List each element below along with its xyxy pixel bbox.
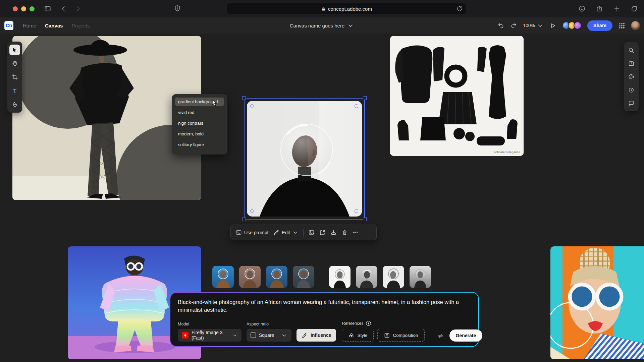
- pencil-icon: [273, 229, 279, 236]
- style-reference-button[interactable]: Style: [342, 329, 374, 342]
- collaborator-avatars[interactable]: [562, 21, 582, 29]
- canvas-image-flatlay[interactable]: soficated elegance: [390, 36, 524, 156]
- sidebar-toggle-button[interactable]: [43, 4, 53, 14]
- image-icon[interactable]: [308, 229, 315, 236]
- search-icon: [628, 47, 635, 54]
- canvas-name-control[interactable]: Canvas name goes here: [290, 22, 354, 29]
- generated-thumbnail-6[interactable]: [356, 266, 377, 288]
- redo-icon[interactable]: [510, 22, 517, 29]
- generated-thumbnail-8[interactable]: [410, 266, 431, 288]
- hand-icon: [11, 60, 18, 67]
- crop-tool[interactable]: [9, 72, 20, 82]
- zoom-control[interactable]: 100%: [523, 22, 544, 29]
- crop-icon: [11, 74, 18, 80]
- app-logo[interactable]: Cn: [4, 21, 13, 30]
- zoom-window-button[interactable]: [30, 6, 35, 11]
- address-bar[interactable]: concept.adobe.com: [227, 3, 466, 14]
- palette-tool[interactable]: [626, 71, 637, 82]
- minimize-window-button[interactable]: [21, 6, 26, 11]
- tab-overview-button[interactable]: [629, 4, 639, 14]
- undo-icon[interactable]: [497, 22, 504, 29]
- selection-frame[interactable]: [244, 98, 365, 220]
- mouse-cursor: [212, 100, 217, 107]
- history-tool[interactable]: [626, 85, 637, 96]
- canvas-name: Canvas name goes here: [290, 23, 344, 28]
- canvas-image-collage[interactable]: [550, 246, 644, 359]
- tabs-icon: [631, 5, 638, 12]
- export-icon: [628, 60, 635, 67]
- resize-handle-bottom-left[interactable]: [242, 218, 246, 221]
- generated-thumbnail-3[interactable]: [266, 266, 287, 288]
- shape-triangle-icon: [11, 101, 18, 108]
- generated-thumbnail-1[interactable]: [212, 266, 234, 288]
- forward-button[interactable]: [73, 4, 83, 14]
- resize-handle-top-right[interactable]: [363, 96, 367, 100]
- corner-radius-handle[interactable]: [250, 209, 254, 213]
- divider: [303, 229, 304, 236]
- header-actions: 100% Share: [497, 17, 640, 34]
- export-tool[interactable]: [626, 58, 637, 69]
- corner-radius-handle[interactable]: [250, 104, 254, 108]
- text-tool[interactable]: T: [9, 85, 20, 96]
- corner-radius-handle[interactable]: [355, 104, 358, 108]
- generated-thumbnail-2[interactable]: [239, 266, 261, 288]
- resize-handle-top-left[interactable]: [242, 96, 246, 100]
- reframe-icon[interactable]: [319, 229, 326, 236]
- style-label: Style: [357, 333, 367, 338]
- model-label: Model: [178, 322, 241, 326]
- hand-tool[interactable]: [9, 58, 20, 69]
- use-prompt-button[interactable]: Use prompt: [235, 229, 268, 236]
- model-select[interactable]: Firefly Image 3 (Fast): [178, 329, 241, 342]
- model-value: Firefly Image 3 (Fast): [192, 330, 229, 341]
- composition-reference-button[interactable]: Composition: [377, 329, 424, 342]
- reload-icon[interactable]: [456, 5, 463, 12]
- menu-item-solitary-figure[interactable]: solitary figure: [175, 140, 224, 149]
- aspect-ratio-label: Aspect ratio: [247, 322, 291, 326]
- nav-home[interactable]: Home: [23, 23, 36, 28]
- comment-icon: [628, 100, 635, 107]
- profile-avatar[interactable]: [631, 21, 640, 30]
- present-play-icon[interactable]: [549, 22, 556, 29]
- influence-button[interactable]: Influence: [297, 329, 336, 342]
- shape-tool[interactable]: [9, 99, 20, 110]
- generated-thumbnail-4[interactable]: [293, 266, 314, 288]
- back-button[interactable]: [59, 4, 69, 14]
- new-tab-button[interactable]: [612, 4, 622, 14]
- prompt-input[interactable]: Black-and-white photography of an Africa…: [178, 298, 471, 314]
- generated-thumbnail-7[interactable]: [383, 266, 404, 288]
- svg-text:T: T: [13, 88, 16, 94]
- downloads-button[interactable]: [577, 4, 587, 14]
- advanced-settings-button[interactable]: [437, 333, 444, 339]
- corner-radius-handle[interactable]: [355, 209, 358, 213]
- privacy-shield-icon[interactable]: [174, 5, 181, 12]
- apps-grid-icon[interactable]: [618, 22, 625, 29]
- palette-icon: [628, 73, 635, 80]
- menu-item-vivid-red[interactable]: vivid red: [175, 108, 224, 117]
- menu-item-modern-bold[interactable]: modern, bold: [175, 130, 224, 138]
- share-page-button[interactable]: [594, 4, 604, 14]
- app-header: Cn Home Canvas Projects Canvas name goes…: [0, 17, 644, 34]
- nav-projects[interactable]: Projects: [71, 23, 90, 28]
- zoom-level: 100%: [523, 23, 535, 28]
- eyedropper-icon: [302, 332, 308, 339]
- aspect-ratio-select[interactable]: Square: [247, 329, 291, 342]
- edit-button[interactable]: Edit: [273, 229, 299, 236]
- delete-trash-icon[interactable]: [341, 229, 348, 236]
- more-options-icon[interactable]: [353, 229, 359, 236]
- close-window-button[interactable]: [13, 6, 18, 11]
- menu-item-high-contrast[interactable]: high contrast: [175, 119, 224, 127]
- select-tool[interactable]: [9, 45, 20, 55]
- generate-button[interactable]: Generate: [449, 329, 483, 342]
- avatar: [574, 21, 582, 29]
- resize-handle-bottom-right[interactable]: [363, 218, 367, 221]
- main-nav: Home Canvas Projects: [23, 23, 90, 28]
- download-icon[interactable]: [330, 229, 337, 236]
- style-icon: [348, 332, 355, 339]
- search-tool[interactable]: [626, 45, 637, 56]
- nav-canvas[interactable]: Canvas: [45, 23, 63, 28]
- comment-tool[interactable]: [626, 98, 637, 109]
- forward-chevron-icon: [74, 5, 82, 12]
- info-icon[interactable]: [365, 320, 372, 326]
- share-button[interactable]: Share: [587, 20, 612, 31]
- generated-thumbnail-5[interactable]: [329, 266, 351, 288]
